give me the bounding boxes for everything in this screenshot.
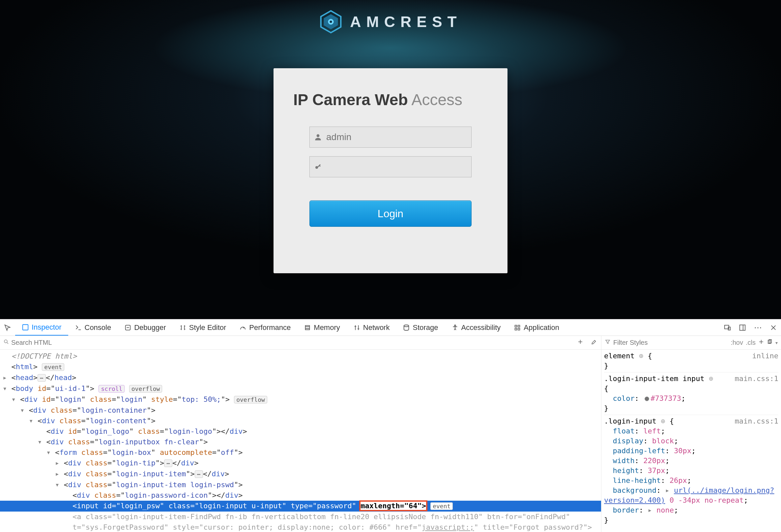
- brand-name-text: AMCREST: [350, 13, 462, 31]
- new-rule-icon[interactable]: [758, 339, 764, 346]
- target-icon[interactable]: ⊕: [709, 374, 713, 383]
- copy-icon[interactable]: [767, 339, 773, 346]
- login-title-bold: IP Camera Web: [293, 91, 408, 109]
- dom-line[interactable]: ▾ <body id="ui-id-1"> scroll overflow: [0, 383, 601, 394]
- styles-filter-input[interactable]: [613, 339, 728, 346]
- login-button-label: Login: [378, 208, 403, 220]
- svg-point-3: [330, 21, 332, 23]
- dom-selected-line[interactable]: <input id="login_psw" class="login-input…: [0, 501, 601, 511]
- tab-application[interactable]: Application: [507, 319, 566, 335]
- tab-inspector[interactable]: Inspector: [15, 319, 68, 335]
- camera-login-page: AMCREST IP Camera Web Access Login: [0, 0, 781, 319]
- svg-rect-13: [515, 328, 517, 330]
- tab-style-editor[interactable]: Style Editor: [173, 319, 233, 335]
- svg-rect-14: [518, 328, 520, 330]
- dom-line[interactable]: <html> event: [0, 362, 601, 372]
- login-title-thin: Access: [408, 91, 462, 109]
- user-icon: [310, 127, 326, 147]
- key-icon: [310, 157, 326, 177]
- styles-pane-header: :hov .cls ▾: [601, 336, 781, 350]
- chevron-down-icon[interactable]: ▾: [775, 340, 778, 345]
- svg-rect-12: [518, 325, 520, 327]
- svg-rect-17: [740, 325, 745, 330]
- target-icon[interactable]: ⊕: [639, 352, 643, 360]
- dom-line[interactable]: ▾ <div class="login-content">: [0, 416, 601, 426]
- dom-line[interactable]: <a class="login-input-item-FindPwd fn-ib…: [0, 511, 601, 522]
- dom-line[interactable]: ▸ <div class="login-input-item">⋯</div>: [0, 469, 601, 480]
- svg-rect-8: [305, 325, 310, 330]
- brand-header: AMCREST: [0, 10, 781, 34]
- dom-line[interactable]: ▸ <div class="login-tip">⋯</div>: [0, 458, 601, 469]
- login-button[interactable]: Login: [310, 200, 471, 227]
- dom-line[interactable]: t="sys.ForgetPassword" style="cursor: po…: [0, 522, 601, 532]
- dock-mode-icon[interactable]: [735, 324, 750, 331]
- tab-debugger[interactable]: Debugger: [118, 319, 173, 335]
- dom-line[interactable]: ▾ <div class="login-input-item login-psw…: [0, 480, 601, 490]
- dom-line[interactable]: <div id="login_logo" class="login-logo">…: [0, 426, 601, 437]
- dom-line[interactable]: ▾ <div class="login-container">: [0, 405, 601, 416]
- svg-rect-11: [515, 325, 517, 327]
- username-input[interactable]: [326, 132, 471, 142]
- tab-memory[interactable]: Memory: [297, 319, 346, 335]
- tab-network[interactable]: Network: [347, 319, 397, 335]
- svg-point-18: [4, 340, 7, 343]
- devtools-panel: Inspector Console Debugger Style Editor …: [0, 319, 781, 532]
- cls-toggle[interactable]: .cls: [746, 339, 755, 346]
- search-icon: [3, 339, 9, 346]
- dom-tree[interactable]: <!DOCTYPE html> <html> event ▸ <head>⋯</…: [0, 350, 601, 532]
- highlighted-maxlength: maxlength="64">: [361, 502, 426, 510]
- login-panel: IP Camera Web Access Login: [274, 68, 507, 273]
- dom-line[interactable]: ▾ <div id="login" class="login" style="t…: [0, 394, 601, 405]
- password-field-wrap: [310, 156, 471, 177]
- svg-rect-6: [23, 324, 28, 330]
- target-icon[interactable]: ⊕: [661, 417, 665, 425]
- amcrest-logo-icon: [319, 10, 343, 34]
- username-field-wrap: [310, 127, 471, 148]
- login-title: IP Camera Web Access: [293, 91, 488, 109]
- tab-console[interactable]: Console: [68, 319, 118, 335]
- password-input[interactable]: [326, 162, 471, 172]
- devtools-toolbar: Inspector Console Debugger Style Editor …: [0, 319, 781, 336]
- tab-performance[interactable]: Performance: [233, 319, 297, 335]
- dom-line[interactable]: ▾ <div class="login-inputbox fn-clear">: [0, 437, 601, 447]
- hov-toggle[interactable]: :hov: [731, 339, 743, 346]
- devtools-subtoolbar: :hov .cls ▾: [0, 336, 781, 350]
- dom-line[interactable]: ▸ <head>⋯</head>: [0, 372, 601, 383]
- dom-line[interactable]: <div class="login-password-icon"></div>: [0, 490, 601, 501]
- html-search-input[interactable]: [11, 339, 573, 346]
- svg-point-9: [404, 325, 409, 327]
- element-picker-icon[interactable]: [0, 324, 15, 331]
- dom-line[interactable]: ▾ <form class="login-box" autocomplete="…: [0, 447, 601, 458]
- dom-line[interactable]: <!DOCTYPE html>: [0, 351, 601, 362]
- svg-point-4: [317, 134, 320, 137]
- responsive-mode-icon[interactable]: [720, 324, 735, 331]
- svg-point-10: [454, 325, 456, 326]
- tab-accessibility[interactable]: Accessibility: [445, 319, 507, 335]
- filter-icon: [605, 339, 611, 346]
- add-node-icon[interactable]: [573, 339, 587, 346]
- more-icon[interactable]: ⋯: [750, 323, 766, 332]
- tab-storage[interactable]: Storage: [396, 319, 445, 335]
- styles-pane[interactable]: element ⊕ { inline } .login-input-item i…: [601, 350, 781, 532]
- eyedropper-icon[interactable]: [587, 339, 601, 346]
- close-icon[interactable]: [766, 324, 781, 331]
